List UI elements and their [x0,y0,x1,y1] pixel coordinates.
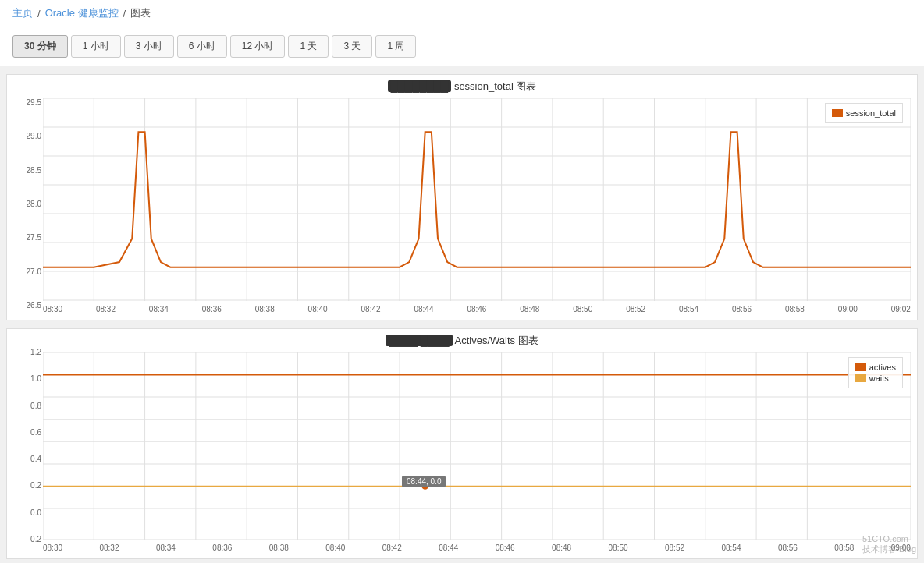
actives-waits-chart-title: ████ ████ Actives/Waits 图表 [13,334,911,349]
actives-waits-x-axis: 08:3008:3208:3408:3608:3808:4008:4208:44… [43,542,911,554]
c2-x-label-3: 08:36 [212,544,232,552]
chart2-tooltip: 08:44, 0.0 [402,476,446,487]
time-btn-6小时[interactable]: 6 小时 [177,35,227,58]
waits-legend-item: waits [855,374,896,383]
time-btn-12小时[interactable]: 12 小时 [230,35,286,58]
c1-y-label-5: 27.0 [27,267,41,275]
actives-waits-svg-area: 08:44, 0.0 actives waits [43,352,911,542]
session-total-x-axis: 08:3008:3208:3408:3608:3808:4008:4208:44… [43,303,911,315]
session-total-legend-label: session_total [846,108,896,118]
c1-x-label-9: 08:48 [520,305,539,313]
session-total-chart-wrapper: 29.529.028.528.027.527.026.5 [13,98,911,303]
c1-x-label-3: 08:36 [202,305,222,313]
current-page-label: 图表 [130,6,151,20]
c2-y-label-3: 0.6 [30,428,41,437]
c2-y-label-1: 1.0 [30,374,41,383]
oracle-monitor-link[interactable]: Oracle 健康监控 [45,6,119,20]
c1-y-label-1: 29.0 [27,132,41,140]
breadcrumb-sep2: / [123,8,126,19]
c1-x-label-8: 08:46 [467,305,486,313]
c1-x-label-10: 08:50 [573,305,592,313]
time-btn-3天[interactable]: 3 天 [332,35,372,58]
session-total-legend-color [832,109,843,117]
c1-x-label-2: 08:34 [149,305,169,313]
c1-x-label-6: 08:42 [361,305,381,313]
c2-x-label-12: 08:54 [721,544,741,552]
c2-y-label-5: 0.2 [30,481,41,490]
actives-legend-color [855,363,866,371]
c2-y-label-0: 1.2 [30,348,41,356]
c2-y-label-2: 0.8 [30,402,41,410]
c1-x-label-5: 08:40 [308,305,328,313]
session-total-y-axis: 29.529.028.528.027.527.026.5 [13,98,43,301]
c2-x-label-10: 08:50 [609,544,628,552]
time-toolbar: 30 分钟1 小时3 小时6 小时12 小时1 天3 天1 周 [0,27,924,66]
waits-legend-label: waits [869,374,889,383]
c1-x-label-1: 08:32 [96,305,116,313]
c1-x-label-4: 08:38 [255,305,275,313]
c1-y-label-3: 28.0 [27,200,41,208]
c1-x-label-12: 08:54 [679,305,698,313]
waits-legend-color [855,374,866,382]
c2-x-label-11: 08:52 [665,544,684,552]
c2-x-label-13: 08:56 [778,544,798,552]
c2-x-label-6: 08:42 [382,544,402,552]
time-btn-1小时[interactable]: 1 小时 [71,35,121,58]
c1-x-label-14: 08:58 [785,305,805,313]
time-button-group: 30 分钟1 小时3 小时6 小时12 小时1 天3 天1 周 [12,35,912,58]
session-total-chart: ████████ session_total 图表 29.529.028.528… [6,74,918,320]
c1-x-label-7: 08:44 [414,305,433,313]
c2-x-label-14: 08:58 [834,544,854,552]
c2-x-label-1: 08:32 [99,544,119,552]
c1-x-label-15: 09:00 [838,305,858,313]
c1-y-label-4: 27.5 [27,233,41,242]
c2-y-label-6: 0.0 [30,508,41,517]
session-total-svg-area: session_total [43,98,911,303]
c1-y-label-6: 26.5 [27,301,41,310]
session-total-legend-item: session_total [832,108,896,118]
tooltip-text: 08:44, 0.0 [407,477,441,486]
c2-x-label-4: 08:38 [269,544,289,552]
c2-x-label-7: 08:44 [439,544,458,552]
c1-x-label-16: 09:02 [891,305,911,313]
time-btn-30分钟[interactable]: 30 分钟 [12,35,68,58]
actives-waits-legend: actives waits [848,357,903,388]
c2-x-label-8: 08:46 [496,544,515,552]
actives-waits-svg [43,352,911,540]
c2-x-label-9: 08:48 [552,544,571,552]
page-header: 主页 / Oracle 健康监控 / 图表 [0,0,924,27]
actives-waits-chart-wrapper: 1.21.00.80.60.40.20.0-0.2 [13,352,911,542]
actives-legend-item: actives [855,363,896,372]
breadcrumb: 主页 / Oracle 健康监控 / 图表 [12,6,151,20]
time-btn-1周[interactable]: 1 周 [375,35,416,58]
c2-x-label-5: 08:40 [325,544,345,552]
actives-waits-chart: ████ ████ Actives/Waits 图表 1.21.00.80.60… [6,328,918,559]
c2-x-label-2: 08:34 [156,544,176,552]
c1-x-label-11: 08:52 [626,305,645,313]
session-total-chart-title: ████████ session_total 图表 [13,80,911,95]
c1-x-label-13: 08:56 [732,305,752,313]
actives-waits-y-axis: 1.21.00.80.60.40.20.0-0.2 [13,352,43,540]
watermark: 51CTO.com技术博客·Blog [862,534,916,555]
time-btn-1天[interactable]: 1 天 [288,35,329,58]
actives-legend-label: actives [869,363,896,372]
c1-y-label-0: 29.5 [27,98,41,107]
home-link[interactable]: 主页 [12,6,33,20]
session-total-svg [43,98,911,301]
session-total-legend: session_total [825,103,903,123]
c2-y-label-7: -0.2 [28,535,41,544]
c1-x-label-0: 08:30 [43,305,62,313]
c2-y-label-4: 0.4 [30,455,41,463]
time-btn-3小时[interactable]: 3 小时 [124,35,174,58]
main-content: ████████ session_total 图表 29.529.028.528… [0,66,924,563]
c2-x-label-0: 08:30 [43,544,62,552]
c1-y-label-2: 28.5 [27,165,41,174]
breadcrumb-sep1: / [37,8,41,19]
